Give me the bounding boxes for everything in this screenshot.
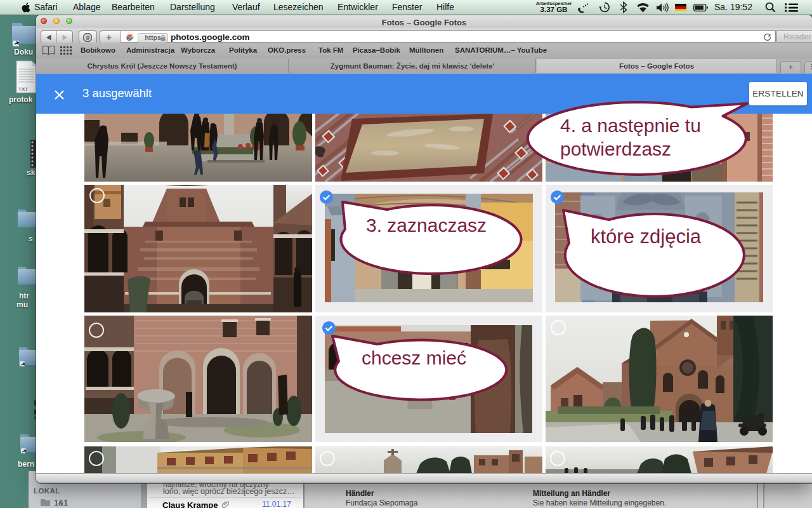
svg-text:TXT: TXT (18, 86, 28, 92)
